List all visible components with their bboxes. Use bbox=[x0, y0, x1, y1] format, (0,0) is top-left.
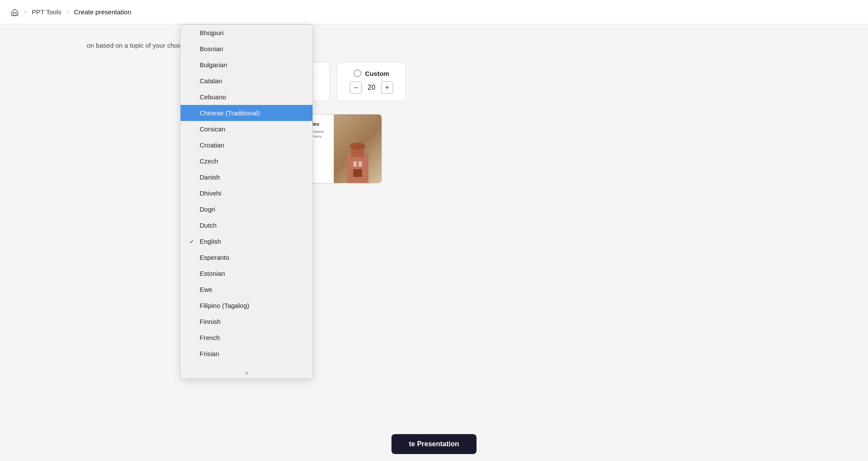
dropdown-item-dogri[interactable]: Dogri bbox=[181, 201, 312, 217]
breadcrumb-separator: › bbox=[24, 8, 26, 16]
dropdown-item-bhojpuri[interactable]: Bhojpuri bbox=[181, 25, 312, 41]
dropdown-item-label: Croatian bbox=[200, 141, 224, 149]
dropdown-item-label: Estonian bbox=[200, 270, 225, 277]
dropdown-item-chinese-traditional[interactable]: Chinese (Traditional) bbox=[181, 105, 312, 121]
dropdown-item-frisian[interactable]: Frisian bbox=[181, 346, 312, 362]
dropdown-item-label: Cebuano bbox=[200, 93, 226, 101]
svg-rect-0 bbox=[13, 13, 16, 16]
dropdown-item-label: Ewe bbox=[200, 286, 212, 293]
dropdown-item-filipino[interactable]: Filipino (Tagalog) bbox=[181, 298, 312, 314]
thumbnail-image bbox=[334, 114, 381, 183]
create-presentation-button[interactable]: te Presentation bbox=[391, 434, 477, 454]
stepper-increment-button[interactable]: + bbox=[381, 82, 393, 94]
dropdown-item-esperanto[interactable]: Esperanto bbox=[181, 249, 312, 265]
dropdown-item-corsican[interactable]: Corsican bbox=[181, 121, 312, 137]
dropdown-item-label: English bbox=[200, 238, 221, 245]
home-icon[interactable] bbox=[10, 8, 19, 16]
dropdown-item-bulgarian[interactable]: Bulgarian bbox=[181, 57, 312, 73]
stepper-decrement-button[interactable]: − bbox=[350, 82, 362, 94]
dropdown-item-label: Galician bbox=[200, 366, 223, 367]
svg-point-3 bbox=[350, 143, 365, 150]
dropdown-item-label: Catalan bbox=[200, 77, 222, 85]
svg-rect-6 bbox=[353, 169, 362, 177]
top-nav-bar: › PPT Tools › Create presentation bbox=[0, 0, 868, 24]
dropdown-item-finnish[interactable]: Finnish bbox=[181, 314, 312, 330]
stepper-row: − 20 + bbox=[350, 82, 393, 94]
dropdown-item-dhivehi[interactable]: Dhivehi bbox=[181, 185, 312, 201]
dropdown-item-czech[interactable]: Czech bbox=[181, 153, 312, 169]
dropdown-item-label: Danish bbox=[200, 173, 220, 181]
checkmark-icon: ✓ bbox=[189, 238, 196, 245]
custom-label: Custom bbox=[365, 70, 389, 77]
thumbnail-area: Epic Indian Chronicles Exploring the Dyn… bbox=[260, 114, 781, 183]
svg-rect-4 bbox=[353, 161, 357, 167]
dropdown-item-label: Dogri bbox=[200, 206, 215, 213]
dropdown-item-label: Chinese (Traditional) bbox=[200, 109, 260, 117]
dropdown-item-label: French bbox=[200, 334, 220, 341]
dropdown-item-label: Bulgarian bbox=[200, 61, 227, 69]
slide-options-row: Detailed 12+ slides Custom − 20 + bbox=[260, 62, 781, 101]
nav-parent-link[interactable]: PPT Tools bbox=[32, 8, 61, 16]
language-dropdown[interactable]: BhojpuriBosnianBulgarianCatalanCebuanoCh… bbox=[180, 24, 313, 379]
dropdown-item-bosnian[interactable]: Bosnian bbox=[181, 41, 312, 57]
dropdown-item-label: Filipino (Tagalog) bbox=[200, 302, 249, 309]
dropdown-item-french[interactable]: French bbox=[181, 330, 312, 346]
dropdown-item-label: Corsican bbox=[200, 125, 225, 133]
dropdown-item-label: Esperanto bbox=[200, 254, 229, 261]
dropdown-item-label: Dutch bbox=[200, 222, 217, 229]
dropdown-item-cebuano[interactable]: Cebuano bbox=[181, 89, 312, 105]
nav-current-page: Create presentation bbox=[74, 8, 131, 16]
custom-option-card[interactable]: Custom − 20 + bbox=[337, 62, 406, 101]
dropdown-item-dutch[interactable]: Dutch bbox=[181, 217, 312, 233]
scroll-indicator: ∨ bbox=[181, 367, 312, 379]
dropdown-item-label: Czech bbox=[200, 157, 218, 165]
stepper-value: 20 bbox=[366, 84, 377, 92]
bottom-bar: te Presentation bbox=[0, 427, 868, 461]
svg-rect-1 bbox=[347, 153, 368, 183]
dropdown-item-ewe[interactable]: Ewe bbox=[181, 281, 312, 298]
dropdown-item-danish[interactable]: Danish bbox=[181, 169, 312, 185]
dropdown-item-catalan[interactable]: Catalan bbox=[181, 73, 312, 89]
dropdown-item-galician[interactable]: Galician bbox=[181, 362, 312, 367]
custom-radio[interactable] bbox=[354, 69, 362, 77]
dropdown-item-label: Finnish bbox=[200, 318, 220, 325]
dropdown-item-croatian[interactable]: Croatian bbox=[181, 137, 312, 153]
dropdown-item-label: Bosnian bbox=[200, 45, 223, 52]
dropdown-item-english[interactable]: ✓English bbox=[181, 233, 312, 249]
language-list: BhojpuriBosnianBulgarianCatalanCebuanoCh… bbox=[181, 25, 312, 367]
dropdown-item-label: Frisian bbox=[200, 350, 219, 357]
svg-rect-5 bbox=[358, 161, 362, 167]
dropdown-item-label: Bhojpuri bbox=[200, 29, 224, 36]
dropdown-item-label: Dhivehi bbox=[200, 190, 221, 197]
dropdown-item-estonian[interactable]: Estonian bbox=[181, 265, 312, 281]
breadcrumb-separator-2: › bbox=[66, 8, 69, 16]
main-content: on based on a topic of your choice. Deta… bbox=[0, 24, 868, 201]
